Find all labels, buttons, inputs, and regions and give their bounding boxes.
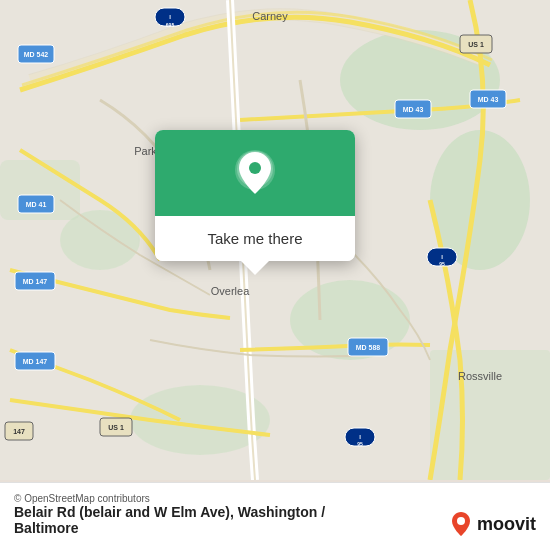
location-subtitle: Baltimore (14, 520, 325, 536)
svg-text:MD 147: MD 147 (23, 358, 48, 365)
popup-header (155, 130, 355, 216)
svg-text:95: 95 (439, 261, 445, 267)
take-me-there-button[interactable]: Take me there (155, 216, 355, 261)
svg-text:Carney: Carney (252, 10, 288, 22)
attribution: © OpenStreetMap contributors (14, 493, 536, 504)
popup-arrow (241, 261, 269, 275)
svg-text:MD 41: MD 41 (26, 201, 47, 208)
popup-card: Take me there (155, 130, 355, 261)
map-container: MD 542 I 695 US 1 MD 43 MD 43 MD 41 MD 1… (0, 0, 550, 550)
svg-text:695: 695 (166, 22, 175, 28)
svg-point-44 (457, 517, 465, 525)
svg-text:95: 95 (357, 441, 363, 447)
svg-text:US 1: US 1 (468, 41, 484, 48)
svg-text:MD 588: MD 588 (356, 344, 381, 351)
location-pin-icon (233, 148, 277, 202)
moovit-logo-icon (449, 510, 473, 538)
svg-text:US 1: US 1 (108, 424, 124, 431)
svg-text:Rossville: Rossville (458, 370, 502, 382)
svg-text:147: 147 (13, 428, 25, 435)
svg-text:MD 542: MD 542 (24, 51, 49, 58)
location-title: Belair Rd (belair and W Elm Ave), Washin… (14, 504, 325, 520)
moovit-logo: moovit (449, 510, 536, 538)
svg-text:MD 147: MD 147 (23, 278, 48, 285)
svg-text:Overlea: Overlea (211, 285, 250, 297)
svg-point-43 (249, 162, 261, 174)
svg-text:MD 43: MD 43 (403, 106, 424, 113)
bottom-bar: © OpenStreetMap contributors Belair Rd (… (0, 482, 550, 550)
svg-text:MD 43: MD 43 (478, 96, 499, 103)
moovit-brand-text: moovit (477, 514, 536, 535)
